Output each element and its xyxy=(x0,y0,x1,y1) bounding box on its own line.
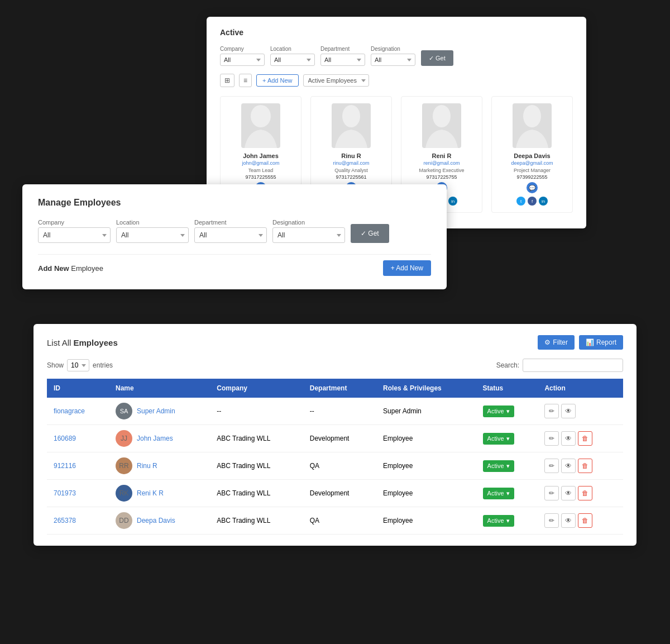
emp-name-link-4[interactable]: Deepa Davis xyxy=(137,517,175,524)
status-badge-2[interactable]: Active ▾ xyxy=(483,460,514,472)
name-cell-inner-2: RR Rinu R xyxy=(116,457,203,474)
add-employee-row: Add New Employee + Add New xyxy=(38,254,431,276)
card-filter-row: Company All Location All Department All … xyxy=(220,46,573,66)
view-button-0[interactable]: 👁 xyxy=(561,404,576,418)
card-department-select[interactable]: All xyxy=(320,54,365,66)
cell-name-4: DD Deepa Davis xyxy=(109,507,210,535)
card-get-button[interactable]: ✓ Get xyxy=(421,50,453,66)
list-title: List All Employees xyxy=(47,338,118,347)
facebook-icon-deepa[interactable]: f xyxy=(528,197,537,206)
manage-designation-group: Designation All xyxy=(272,219,345,243)
status-badge-4[interactable]: Active ▾ xyxy=(483,515,514,527)
card-location-select[interactable]: All xyxy=(270,54,315,66)
grid-view-button[interactable]: ⊞ xyxy=(220,74,234,87)
view-button-3[interactable]: 👁 xyxy=(561,486,576,500)
card-location-group: Location All xyxy=(270,46,315,66)
delete-button-2[interactable]: 🗑 xyxy=(578,459,592,473)
table-row: fionagrace SA Super Admin -- -- Super Ad… xyxy=(47,398,623,425)
manage-designation-label: Designation xyxy=(272,219,345,226)
emp-name-link-0[interactable]: Super Admin xyxy=(137,407,175,415)
linkedin-icon-deepa[interactable]: in xyxy=(539,197,548,206)
emp-role-john: Team Lead xyxy=(225,168,296,173)
linkedin-icon-reni[interactable]: in xyxy=(448,197,457,206)
emp-phone-deepa: 97399222555 xyxy=(496,174,568,180)
emp-social-deepa: t f in xyxy=(496,197,568,206)
manage-employees-panel: Manage Employees Company All Location Al… xyxy=(22,184,447,289)
emp-name-link-2[interactable]: Rinu R xyxy=(137,462,157,470)
action-btns-0: ✏ 👁 xyxy=(544,404,616,418)
cell-status-2: Active ▾ xyxy=(476,452,538,480)
card-company-group: Company All xyxy=(220,46,265,66)
view-button-2[interactable]: 👁 xyxy=(561,459,576,473)
manage-department-select[interactable]: All xyxy=(194,227,267,243)
cell-dept-2: QA xyxy=(303,452,376,480)
card-add-new-button[interactable]: + Add New xyxy=(256,74,299,87)
edit-button-0[interactable]: ✏ xyxy=(544,404,559,418)
manage-company-select[interactable]: All xyxy=(38,227,111,243)
manage-get-button[interactable]: ✓ Get xyxy=(351,224,389,243)
card-designation-group: Designation All xyxy=(371,46,415,66)
cell-name-2: RR Rinu R xyxy=(109,452,210,480)
search-input[interactable] xyxy=(523,359,623,372)
list-view-button[interactable]: ≡ xyxy=(239,74,252,87)
delete-button-1[interactable]: 🗑 xyxy=(578,431,592,446)
edit-button-1[interactable]: ✏ xyxy=(544,431,559,446)
search-label: Search: xyxy=(496,361,519,369)
col-status: Status xyxy=(476,379,538,398)
emp-name-link-3[interactable]: Reni K R xyxy=(137,489,164,497)
show-entries-row: Show 10 25 50 entries Search: xyxy=(47,359,623,372)
add-employee-strong: Add New xyxy=(38,264,69,273)
cell-name-3: RK Reni K R xyxy=(109,480,210,507)
emp-email-rinu: rinu@gmail.com xyxy=(315,160,387,166)
cell-id-1: 160689 xyxy=(47,425,109,452)
col-action: Action xyxy=(538,379,623,398)
card-designation-label: Designation xyxy=(371,46,415,52)
status-badge-0[interactable]: Active ▾ xyxy=(483,406,514,417)
cell-company-3: ABC Trading WLL xyxy=(210,480,303,507)
emp-chat-deepa[interactable]: 💬 xyxy=(527,182,538,193)
status-chevron-4: ▾ xyxy=(506,517,510,524)
cell-company-0: -- xyxy=(210,398,303,425)
manage-location-select[interactable]: All xyxy=(116,227,189,243)
emp-avatar-3: RK xyxy=(116,485,132,502)
delete-button-3[interactable]: 🗑 xyxy=(578,486,592,500)
report-button[interactable]: 📊 Report xyxy=(579,335,623,350)
entries-count-select[interactable]: 10 25 50 xyxy=(67,359,89,371)
emp-name-rinu: Rinu R xyxy=(315,152,387,159)
manage-department-group: Department All xyxy=(194,219,267,243)
emp-role-deepa: Project Manager xyxy=(496,168,568,173)
col-department: Department xyxy=(303,379,376,398)
table-header-row: ID Name Company Department Roles & Privi… xyxy=(47,379,623,398)
card-company-select[interactable]: All xyxy=(220,54,265,66)
card-designation-select[interactable]: All xyxy=(371,54,415,66)
manage-department-label: Department xyxy=(194,219,267,226)
edit-button-4[interactable]: ✏ xyxy=(544,513,559,528)
status-badge-3[interactable]: Active ▾ xyxy=(483,488,514,499)
add-new-employee-button[interactable]: + Add New xyxy=(383,260,431,276)
view-button-4[interactable]: 👁 xyxy=(561,513,576,528)
col-roles: Roles & Privileges xyxy=(376,379,476,398)
manage-designation-select[interactable]: All xyxy=(272,227,345,243)
emp-name-deepa: Deepa Davis xyxy=(496,152,568,159)
delete-button-4[interactable]: 🗑 xyxy=(578,513,592,528)
filter-button[interactable]: ⚙ Filter xyxy=(538,335,575,350)
add-employee-text: Add New Employee xyxy=(38,264,103,273)
svg-point-1 xyxy=(342,105,360,127)
view-button-1[interactable]: 👁 xyxy=(561,431,576,446)
manage-location-label: Location xyxy=(116,219,189,226)
edit-button-2[interactable]: ✏ xyxy=(544,459,559,473)
emp-name-link-1[interactable]: John James xyxy=(137,435,173,442)
cell-action-2: ✏ 👁 🗑 xyxy=(538,452,623,480)
active-employees-dropdown[interactable]: Active Employees xyxy=(303,74,369,87)
status-chevron-1: ▾ xyxy=(506,435,510,442)
emp-email-john: john@gmail.com xyxy=(225,160,296,166)
twitter-icon-deepa[interactable]: t xyxy=(516,197,525,206)
status-chevron-2: ▾ xyxy=(506,462,510,470)
status-badge-1[interactable]: Active ▾ xyxy=(483,433,514,445)
table-row: 912116 RR Rinu R ABC Trading WLL QA Empl… xyxy=(47,452,623,480)
edit-button-3[interactable]: ✏ xyxy=(544,486,559,500)
list-title-text: List All Employees xyxy=(47,338,118,347)
cell-action-0: ✏ 👁 xyxy=(538,398,623,425)
cell-name-0: SA Super Admin xyxy=(109,398,210,425)
emp-phone-rinu: 97317225561 xyxy=(315,174,387,180)
